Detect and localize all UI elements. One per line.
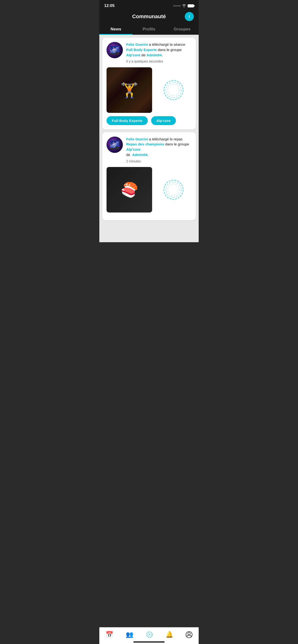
news-card-2: Felix Guerini a téléchargé le repas Repa… bbox=[102, 132, 196, 220]
svg-point-3 bbox=[164, 180, 183, 199]
tag-full-body[interactable]: Full Body Experte bbox=[106, 116, 148, 125]
card-item-2[interactable]: Repas des champions bbox=[126, 142, 164, 146]
signal-icon bbox=[174, 5, 181, 6]
card-image-1[interactable] bbox=[106, 67, 152, 113]
gym-weights-image bbox=[106, 67, 152, 113]
battery-icon bbox=[188, 4, 194, 8]
card-user-2[interactable]: Felix Guerini bbox=[126, 137, 148, 141]
card-text-1: Felix Guerini a téléchargé la séance Ful… bbox=[126, 42, 192, 64]
info-button[interactable]: i bbox=[185, 12, 194, 21]
avatar-2[interactable] bbox=[106, 136, 123, 153]
status-time: 12:05 bbox=[104, 3, 114, 8]
svg-point-5 bbox=[168, 184, 179, 196]
info-icon: i bbox=[189, 14, 190, 19]
svg-point-0 bbox=[164, 80, 183, 100]
card-image-2[interactable] bbox=[106, 167, 152, 212]
tag-alpcore-1[interactable]: Alp'core bbox=[151, 116, 176, 125]
news-card-1: Felix Guerini a téléchargé la séance Ful… bbox=[102, 38, 196, 130]
avatar-1[interactable] bbox=[106, 42, 123, 58]
card-item-1[interactable]: Full Body Experte bbox=[126, 48, 157, 52]
card-timestamp-2: 2 minutes bbox=[126, 159, 192, 164]
card-group-1[interactable]: Alp'core bbox=[126, 53, 140, 57]
svg-point-2 bbox=[168, 84, 179, 96]
card-timestamp-1: Il y a quelques secondes bbox=[126, 59, 192, 64]
tab-groupes[interactable]: Groupes bbox=[166, 24, 199, 34]
card-author-1[interactable]: Admin04 bbox=[146, 53, 162, 57]
salmon-food-image bbox=[106, 167, 152, 212]
card-header-1: Felix Guerini a téléchargé la séance Ful… bbox=[106, 42, 192, 64]
card-tags-1: Full Body Experte Alp'core bbox=[106, 116, 192, 125]
page-title: Communauté bbox=[132, 14, 166, 20]
tab-news[interactable]: News bbox=[99, 24, 132, 34]
tab-bar: News Profils Groupes bbox=[99, 24, 199, 35]
circle-loader-2 bbox=[156, 178, 192, 202]
page-header: Communauté i bbox=[99, 10, 199, 24]
card-media-2 bbox=[106, 167, 192, 212]
card-text-2: Felix Guerini a téléchargé le repas Repa… bbox=[126, 136, 192, 164]
card-group-2[interactable]: Alp'core bbox=[126, 147, 140, 152]
status-bar: 12:05 bbox=[99, 0, 199, 10]
status-icons bbox=[174, 4, 194, 8]
card-header-2: Felix Guerini a téléchargé le repas Repa… bbox=[106, 136, 192, 164]
card-author-2[interactable]: Admin04 bbox=[132, 152, 147, 157]
wifi-icon bbox=[182, 4, 186, 8]
svg-point-4 bbox=[166, 182, 181, 198]
circle-loader-1 bbox=[156, 78, 192, 102]
card-media-1 bbox=[106, 67, 192, 113]
card-user-1[interactable]: Felix Guerini bbox=[126, 42, 148, 46]
news-feed: Felix Guerini a téléchargé la séance Ful… bbox=[99, 35, 199, 242]
tab-profils[interactable]: Profils bbox=[132, 24, 166, 34]
svg-point-1 bbox=[166, 82, 181, 98]
